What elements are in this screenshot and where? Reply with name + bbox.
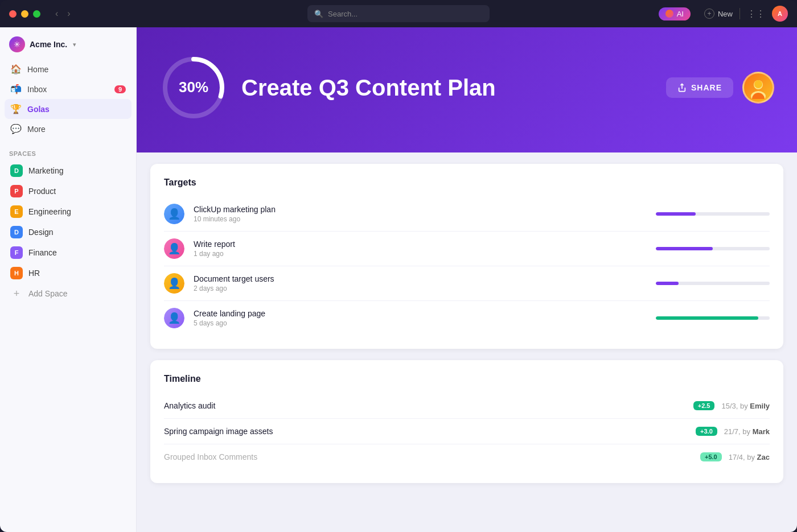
progress-bar-bg-2 xyxy=(656,247,770,250)
minimize-button[interactable] xyxy=(21,10,28,18)
target-info-4: Create landing page 5 days ago xyxy=(194,309,647,327)
hr-badge: H xyxy=(10,267,23,279)
hr-label: HR xyxy=(28,269,40,278)
spaces-section: Spaces xyxy=(0,139,136,160)
product-badge: P xyxy=(10,185,23,197)
goal-title-section: Create Q3 Content Plan xyxy=(241,75,652,100)
close-button[interactable] xyxy=(9,10,17,18)
timeline-meta-2: 21/7, by Mark xyxy=(724,427,770,436)
timeline-item-name-1: Analytics audit xyxy=(164,401,687,410)
main-content: 30% Create Q3 Content Plan SHARE xyxy=(137,27,797,532)
target-name-4: Create landing page xyxy=(194,309,647,318)
share-label: SHARE xyxy=(691,83,722,92)
sidebar-item-home[interactable]: 🏠 Home xyxy=(5,59,132,79)
progress-bar-bg-3 xyxy=(656,282,770,285)
target-progress-1 xyxy=(656,212,770,216)
sidebar-item-marketing[interactable]: D Marketing xyxy=(5,160,132,181)
target-avatar-1: 👤 xyxy=(164,204,184,224)
progress-bar-fill-3 xyxy=(656,282,679,285)
targets-title: Targets xyxy=(164,178,770,188)
progress-text: 30% xyxy=(179,79,208,96)
timeline-section: Timeline Analytics audit +2.5 15/3, by E… xyxy=(150,360,783,483)
spaces-label: Spaces xyxy=(9,150,36,157)
timeline-badge-1: +2.5 xyxy=(693,401,715,410)
finance-badge: F xyxy=(10,246,23,259)
sidebar-item-more-label: More xyxy=(27,125,46,134)
target-info-3: Document target users 2 days ago xyxy=(194,274,647,292)
progress-bar-bg-4 xyxy=(656,316,770,320)
target-info-1: ClickUp marketing plan 10 minutes ago xyxy=(194,205,647,223)
target-name-1: ClickUp marketing plan xyxy=(194,205,647,214)
timeline-item-name-3: Grouped Inbox Comments xyxy=(164,452,693,461)
timeline-badge-3: +5.0 xyxy=(700,452,722,461)
search-placeholder: Search... xyxy=(328,10,358,18)
sidebar-item-more[interactable]: 💬 More xyxy=(5,119,132,139)
sidebar-item-finance[interactable]: F Finance xyxy=(5,242,132,263)
goal-header-actions: SHARE xyxy=(666,72,774,104)
progress-bar-bg-1 xyxy=(656,212,770,216)
more-icon: 💬 xyxy=(10,123,22,134)
table-row: 👤 Create landing page 5 days ago xyxy=(164,301,770,335)
table-row: 👤 Write report 1 day ago xyxy=(164,232,770,266)
list-item: Analytics audit +2.5 15/3, by Emily xyxy=(164,393,770,419)
target-progress-4 xyxy=(656,316,770,320)
svg-point-5 xyxy=(754,80,762,88)
target-name-2: Write report xyxy=(194,240,647,249)
target-time-2: 1 day ago xyxy=(194,250,647,258)
sidebar-item-design[interactable]: D Design xyxy=(5,222,132,242)
ai-dot xyxy=(665,10,673,18)
timeline-title: Timeline xyxy=(164,374,770,384)
target-avatar-3: 👤 xyxy=(164,273,184,294)
progress-bar-fill-2 xyxy=(656,247,713,250)
product-label: Product xyxy=(28,187,56,196)
back-arrow[interactable]: ‹ xyxy=(52,7,61,20)
marketing-badge: D xyxy=(10,164,23,177)
sidebar-item-inbox[interactable]: 📬 Inbox 9 xyxy=(5,79,132,99)
workspace-header[interactable]: ✳ Acme Inc. ▾ xyxy=(0,32,136,59)
target-progress-3 xyxy=(656,282,770,285)
user-avatar[interactable]: A xyxy=(772,6,788,22)
goal-owner-avatar[interactable] xyxy=(742,72,774,104)
timeline-meta-1: 15/3, by Emily xyxy=(721,402,770,410)
workspace-name: Acme Inc. xyxy=(30,40,67,49)
add-space-icon: + xyxy=(10,287,23,300)
new-label: New xyxy=(718,10,733,18)
sidebar-item-product[interactable]: P Product xyxy=(5,181,132,201)
titlebar: ‹ › 🔍 Search... AI + New ⋮⋮ A xyxy=(0,0,797,27)
finance-label: Finance xyxy=(28,248,57,257)
list-item: Spring campaign image assets +3.0 21/7, … xyxy=(164,419,770,444)
window-controls xyxy=(9,10,40,18)
new-button[interactable]: + New xyxy=(704,9,733,19)
target-avatar-4: 👤 xyxy=(164,308,184,328)
titlebar-right: + New ⋮⋮ A xyxy=(704,6,788,22)
inbox-badge: 9 xyxy=(114,85,126,93)
forward-arrow[interactable]: › xyxy=(64,7,73,20)
targets-section: Targets 👤 ClickUp marketing plan 10 minu… xyxy=(150,164,783,349)
sidebar-nav: 🏠 Home 📬 Inbox 9 🏆 Golas 💬 More xyxy=(0,59,136,139)
sidebar-item-hr[interactable]: H HR xyxy=(5,263,132,283)
goal-header: 30% Create Q3 Content Plan SHARE xyxy=(137,27,797,152)
marketing-label: Marketing xyxy=(28,166,63,175)
list-item: Grouped Inbox Comments +5.0 17/4, by Zac xyxy=(164,444,770,469)
grid-icon[interactable]: ⋮⋮ xyxy=(747,9,765,19)
design-badge: D xyxy=(10,226,23,238)
sidebar-item-goals[interactable]: 🏆 Golas xyxy=(5,99,132,119)
add-space-label: Add Space xyxy=(28,289,68,298)
workspace-chevron-icon: ▾ xyxy=(73,41,76,48)
inbox-icon: 📬 xyxy=(10,84,22,94)
ai-button[interactable]: AI xyxy=(659,7,691,20)
search-icon: 🔍 xyxy=(314,10,323,18)
sidebar-item-engineering[interactable]: E Engineering xyxy=(5,201,132,222)
plus-circle-icon: + xyxy=(704,9,714,19)
add-space-button[interactable]: + Add Space xyxy=(5,283,132,304)
share-button[interactable]: SHARE xyxy=(666,77,733,98)
engineering-badge: E xyxy=(10,205,23,218)
sidebar-item-home-label: Home xyxy=(27,65,48,74)
target-progress-2 xyxy=(656,247,770,250)
maximize-button[interactable] xyxy=(33,10,40,18)
table-row: 👤 Document target users 2 days ago xyxy=(164,266,770,301)
search-bar[interactable]: 🔍 Search... xyxy=(307,5,490,22)
design-label: Design xyxy=(28,228,54,237)
workspace-logo: ✳ xyxy=(9,36,25,52)
sidebar-item-inbox-label: Inbox xyxy=(27,85,47,94)
